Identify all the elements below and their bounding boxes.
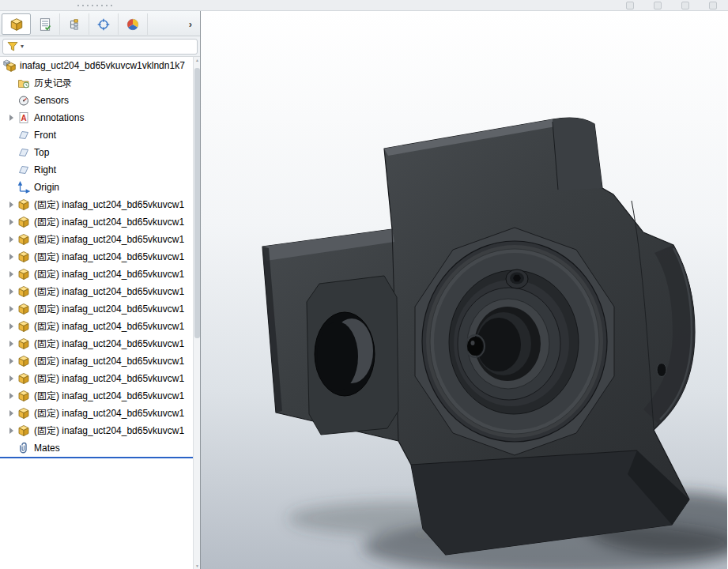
tree-item-label: inafag_uct204_bd65vkuvcw1vklndn1k7 bbox=[20, 60, 185, 71]
tree-item-label: (固定) inafag_uct204_bd65vkuvcw1 bbox=[34, 285, 184, 299]
tab-dimxpertmanager-tab[interactable] bbox=[89, 13, 119, 35]
tree-item-label: (固定) inafag_uct204_bd65vkuvcw1 bbox=[34, 355, 184, 368]
tree-item-part[interactable]: (固定) inafag_uct204_bd65vkuvcw1 bbox=[0, 422, 193, 439]
tree-item-plane[interactable]: Top bbox=[0, 144, 193, 161]
tree-item-part[interactable]: (固定) inafag_uct204_bd65vkuvcw1 bbox=[0, 335, 193, 352]
tree-item-annotations[interactable]: AAnnotations bbox=[0, 109, 193, 126]
tree-item-history[interactable]: 历史记录 bbox=[0, 74, 193, 92]
tree-item-part[interactable]: (固定) inafag_uct204_bd65vkuvcw1 bbox=[0, 213, 193, 231]
titlebar-icon-1[interactable] bbox=[626, 2, 634, 9]
part-icon bbox=[17, 303, 30, 315]
expand-arrow-icon[interactable] bbox=[5, 219, 17, 225]
plane-icon bbox=[17, 129, 30, 141]
tree-item-label: Sensors bbox=[34, 95, 69, 106]
filter-caret-icon[interactable]: ▾ bbox=[21, 43, 24, 50]
tree-item-part[interactable]: (固定) inafag_uct204_bd65vkuvcw1 bbox=[0, 405, 193, 422]
side-hole[interactable] bbox=[657, 364, 666, 377]
expand-arrow-icon[interactable] bbox=[5, 271, 17, 277]
main-area: › ▾ inafag_uct204_bd65vkuvcw1vklndn1k7历史… bbox=[0, 11, 728, 569]
top-tab-face bbox=[553, 118, 602, 191]
tree-item-part[interactable]: (固定) inafag_uct204_bd65vkuvcw1 bbox=[0, 231, 193, 248]
shaft-hole[interactable] bbox=[467, 337, 483, 356]
tree-item-label: Mates bbox=[34, 443, 60, 454]
history-icon bbox=[17, 77, 30, 89]
expand-arrow-icon[interactable] bbox=[5, 358, 17, 364]
tree-item-plane[interactable]: Front bbox=[0, 126, 193, 144]
panel-tab-bar: › bbox=[0, 11, 200, 36]
tree-item-part[interactable]: (固定) inafag_uct204_bd65vkuvcw1 bbox=[0, 248, 193, 266]
scroll-up-arrow[interactable]: ▲ bbox=[194, 57, 200, 63]
tree-item-label: Top bbox=[34, 147, 49, 158]
scroll-down-arrow[interactable]: ▼ bbox=[194, 563, 200, 569]
expand-arrow-icon[interactable] bbox=[5, 115, 17, 121]
part-icon bbox=[17, 251, 30, 263]
expand-arrow-icon[interactable] bbox=[5, 428, 17, 434]
tree-item-part[interactable]: (固定) inafag_uct204_bd65vkuvcw1 bbox=[0, 283, 193, 300]
feature-tree: inafag_uct204_bd65vkuvcw1vklndn1k7历史记录Se… bbox=[0, 57, 193, 569]
filter-input[interactable] bbox=[25, 40, 194, 53]
expand-arrow-icon[interactable] bbox=[5, 236, 17, 243]
expand-arrow-icon[interactable] bbox=[5, 375, 17, 382]
assembly-icon bbox=[3, 59, 16, 72]
tab-propertymanager-icon bbox=[38, 17, 52, 32]
tree-item-plane[interactable]: Right bbox=[0, 161, 193, 179]
model-canvas[interactable] bbox=[201, 11, 727, 569]
panel-splitter-handle[interactable] bbox=[76, 3, 114, 8]
expand-arrow-icon[interactable] bbox=[5, 393, 17, 399]
expand-arrow-icon[interactable] bbox=[5, 306, 17, 312]
adjustment-slot-hole[interactable] bbox=[315, 312, 375, 396]
tree-item-label: (固定) inafag_uct204_bd65vkuvcw1 bbox=[34, 372, 184, 386]
tree-item-part[interactable]: (固定) inafag_uct204_bd65vkuvcw1 bbox=[0, 196, 193, 213]
tree-item-sensors[interactable]: Sensors bbox=[0, 92, 193, 109]
tab-featuremanager-tab[interactable] bbox=[2, 13, 31, 35]
selection-underline bbox=[0, 457, 193, 458]
tree-item-label: Front bbox=[34, 130, 56, 141]
graphics-viewport[interactable] bbox=[201, 11, 728, 569]
filter-box[interactable]: ▾ bbox=[2, 39, 198, 55]
part-icon bbox=[17, 424, 30, 437]
part-icon bbox=[17, 233, 30, 246]
tab-displaymanager-tab[interactable] bbox=[119, 13, 148, 35]
titlebar-icons bbox=[626, 2, 717, 9]
tree-item-part[interactable]: (固定) inafag_uct204_bd65vkuvcw1 bbox=[0, 318, 193, 335]
tree-item-label: Origin bbox=[34, 182, 59, 193]
part-icon bbox=[17, 216, 30, 228]
tab-configurationmanager-tab[interactable] bbox=[60, 13, 89, 35]
expand-arrow-icon[interactable] bbox=[5, 341, 17, 347]
titlebar-icon-3[interactable] bbox=[681, 2, 689, 9]
expand-arrow-icon[interactable] bbox=[5, 410, 17, 416]
tree-item-part[interactable]: (固定) inafag_uct204_bd65vkuvcw1 bbox=[0, 370, 193, 387]
tab-featuremanager-icon bbox=[9, 17, 24, 32]
tree-item-label: Annotations bbox=[34, 112, 84, 123]
origin-icon bbox=[17, 181, 30, 194]
tree-item-part[interactable]: (固定) inafag_uct204_bd65vkuvcw1 bbox=[0, 352, 193, 370]
titlebar-icon-4[interactable] bbox=[709, 2, 717, 9]
tree-item-part[interactable]: (固定) inafag_uct204_bd65vkuvcw1 bbox=[0, 266, 193, 283]
panel-scrollbar[interactable]: ▲ ▼ bbox=[193, 57, 200, 569]
part-icon bbox=[17, 355, 30, 367]
tab-displaymanager-icon bbox=[126, 17, 140, 32]
tree-root-item[interactable]: inafag_uct204_bd65vkuvcw1vklndn1k7 bbox=[0, 57, 193, 74]
tree-item-part[interactable]: (固定) inafag_uct204_bd65vkuvcw1 bbox=[0, 300, 193, 318]
tab-overflow-button[interactable]: › bbox=[183, 15, 198, 34]
tree-item-label: (固定) inafag_uct204_bd65vkuvcw1 bbox=[34, 216, 184, 229]
expand-arrow-icon[interactable] bbox=[5, 323, 17, 330]
expand-arrow-icon[interactable] bbox=[5, 254, 17, 260]
tab-propertymanager-tab[interactable] bbox=[31, 13, 60, 35]
tree-item-label: 历史记录 bbox=[34, 77, 72, 90]
expand-arrow-icon[interactable] bbox=[5, 288, 17, 295]
set-screw[interactable] bbox=[506, 269, 528, 288]
titlebar-icon-2[interactable] bbox=[654, 2, 662, 9]
expand-arrow-icon[interactable] bbox=[5, 202, 17, 208]
tree-item-origin[interactable]: Origin bbox=[0, 179, 193, 196]
mates-icon bbox=[17, 442, 30, 454]
tree-item-label: (固定) inafag_uct204_bd65vkuvcw1 bbox=[34, 268, 184, 281]
filter-funnel-icon[interactable] bbox=[6, 40, 19, 53]
scrollbar-thumb[interactable] bbox=[194, 68, 200, 338]
tree-item-part[interactable]: (固定) inafag_uct204_bd65vkuvcw1 bbox=[0, 387, 193, 405]
tree-item-mates[interactable]: Mates bbox=[0, 439, 193, 457]
tree-item-label: (固定) inafag_uct204_bd65vkuvcw1 bbox=[34, 407, 184, 420]
part-icon bbox=[17, 268, 30, 281]
tree-item-label: (固定) inafag_uct204_bd65vkuvcw1 bbox=[34, 303, 184, 316]
feature-manager-panel: › ▾ inafag_uct204_bd65vkuvcw1vklndn1k7历史… bbox=[0, 11, 201, 569]
